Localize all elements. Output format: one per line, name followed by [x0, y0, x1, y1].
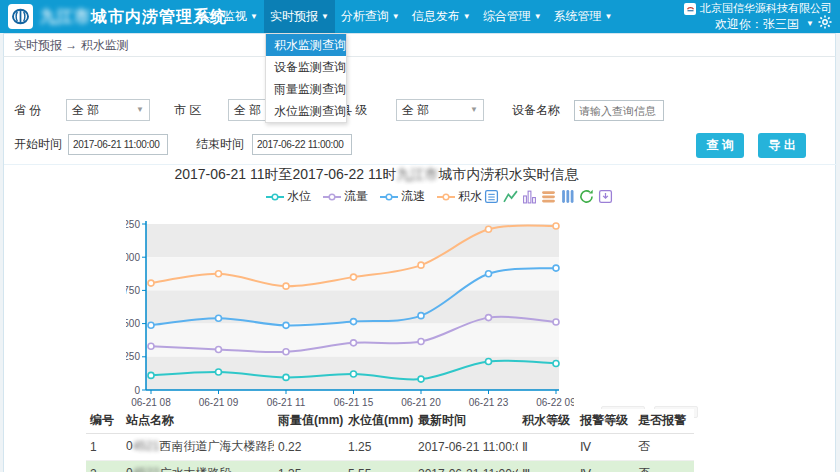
save-image-icon[interactable]	[598, 189, 613, 204]
chevron-down-icon: ▼	[534, 12, 542, 21]
breadcrumb-parent[interactable]: 实时预报	[14, 38, 62, 52]
svg-text:06-21 09: 06-21 09	[199, 397, 239, 408]
cell-rain: 0.22	[274, 433, 344, 460]
device-name-label: 设备名称	[512, 99, 560, 121]
legend-marker-icon	[266, 192, 284, 202]
gear-icon[interactable]	[818, 15, 832, 33]
svg-text:0: 0	[134, 385, 140, 396]
nav-item-2[interactable]: 分析查询▼	[335, 0, 406, 33]
dropdown-item-2[interactable]: 雨量监测查询	[266, 78, 346, 100]
stack-icon[interactable]	[541, 189, 556, 204]
breadcrumb-current: 积水监测	[81, 38, 129, 52]
end-time-input[interactable]	[252, 134, 352, 155]
device-name-input[interactable]	[574, 100, 664, 121]
svg-text:06-21 23: 06-21 23	[469, 397, 509, 408]
province-label: 省 份	[14, 99, 62, 121]
table-row[interactable]: 204522广水大楼路段1.355.552017-06-21 11:00:00Ⅲ…	[86, 460, 694, 472]
cell-is-alarm: 否	[634, 433, 694, 460]
cell-alarm-level: Ⅳ	[576, 460, 634, 472]
cell-station-name: 04522广水大楼路段	[122, 460, 274, 472]
table-row[interactable]: 104521西南街道广海大楼路段0.221.252017-06-21 11:00…	[86, 433, 694, 460]
chevron-down-icon[interactable]: ▼	[806, 16, 814, 32]
chevron-down-icon: ▼	[463, 12, 471, 21]
legend-item-流量[interactable]: 流量	[323, 188, 368, 205]
legend-marker-icon	[380, 192, 398, 202]
data-view-icon[interactable]	[484, 189, 499, 204]
restore-icon[interactable]	[579, 189, 594, 204]
cell-water: 5.55	[344, 460, 414, 472]
cell-rain: 1.35	[274, 460, 344, 472]
nav-item-5[interactable]: 系统管理▼	[548, 0, 619, 33]
table-header-4: 最新时间	[414, 409, 518, 433]
province-select[interactable]: 全 部▼	[66, 99, 150, 121]
start-time-input[interactable]	[68, 134, 168, 155]
nav-item-0[interactable]: 实时监视▼	[193, 0, 264, 33]
chevron-down-icon: ▼	[605, 12, 613, 21]
dropdown-item-0[interactable]: 积水监测查询	[266, 34, 346, 56]
nav-item-4[interactable]: 综合管理▼	[477, 0, 548, 33]
legend-item-流速[interactable]: 流速	[380, 188, 425, 205]
dropdown-item-3[interactable]: 水位监测查询	[266, 100, 346, 122]
welcome-line: 欢迎你：张三国▼	[684, 16, 832, 32]
company-logo-icon	[684, 3, 696, 15]
chevron-down-icon: ▼	[321, 12, 329, 21]
station-code-redacted: 4522	[133, 466, 160, 472]
svg-text:06-21 20: 06-21 20	[401, 397, 441, 408]
username[interactable]: 张三国	[763, 16, 799, 32]
county-select[interactable]: 全 部▼	[396, 99, 484, 121]
svg-text:06-21 08: 06-21 08	[131, 397, 171, 408]
cell-ponding-level: Ⅲ	[518, 460, 576, 472]
app-window: 九江市城市内涝管理系统 实时监视▼实时预报▼分析查询▼信息发布▼综合管理▼系统管…	[0, 0, 840, 472]
line-chart-icon[interactable]	[503, 189, 518, 204]
dropdown-item-1[interactable]: 设备监测查询	[266, 56, 346, 78]
end-time-label: 结束时间	[196, 133, 244, 155]
cell-is-alarm: 否	[634, 460, 694, 472]
svg-text:500: 500	[126, 318, 140, 329]
svg-text:06-22 09: 06-22 09	[536, 397, 574, 408]
svg-text:750: 750	[126, 285, 140, 296]
app-logo-icon	[8, 4, 33, 29]
county-label: 县 级	[340, 99, 388, 121]
table-header-0: 编号	[86, 409, 122, 433]
table-header-1: 站点名称	[122, 409, 274, 433]
chart-title: 2017-06-21 11时至2017-06-22 11时九江市城市内涝积水实时…	[4, 166, 749, 184]
company-name: 北京国信华源科技有限公司	[700, 1, 832, 16]
cell-ponding-level: Ⅱ	[518, 433, 576, 460]
legend-item-水位[interactable]: 水位	[266, 188, 311, 205]
legend-marker-icon	[437, 192, 455, 202]
table-header-6: 报警等级	[576, 409, 634, 433]
chart-legend: 水位 流量 流速 积水	[4, 188, 744, 205]
chart-toolbox	[484, 189, 613, 204]
cell-id: 1	[86, 433, 122, 460]
main-nav: 实时监视▼实时预报▼分析查询▼信息发布▼综合管理▼系统管理▼	[193, 0, 619, 33]
welcome-text: 欢迎你：	[715, 16, 763, 32]
cell-water: 1.25	[344, 433, 414, 460]
query-button[interactable]: 查 询	[696, 133, 744, 158]
nav-item-3[interactable]: 信息发布▼	[406, 0, 477, 33]
svg-text:06-21 15: 06-21 15	[334, 397, 374, 408]
legend-marker-icon	[323, 192, 341, 202]
table-header-5: 积水等级	[518, 409, 576, 433]
company-line: 北京国信华源科技有限公司	[684, 1, 832, 16]
svg-text:250: 250	[126, 351, 140, 362]
content-panel: 省 份 全 部▼ 市 区 全 部▼ 县 级 全 部▼ 设备名称 开始时间 结束时…	[3, 57, 836, 472]
breadcrumb-arrow-icon: →	[65, 38, 77, 52]
nav-item-1[interactable]: 实时预报▼	[264, 0, 335, 33]
bar-chart-icon[interactable]	[522, 189, 537, 204]
svg-text:06-21 11: 06-21 11	[267, 397, 306, 408]
divider	[4, 164, 837, 165]
tiled-icon[interactable]	[560, 189, 575, 204]
nav-dropdown-menu: 积水监测查询设备监测查询雨量监测查询水位监测查询	[265, 33, 347, 123]
export-button[interactable]: 导 出	[758, 133, 806, 158]
top-bar-right: 北京国信华源科技有限公司 欢迎你：张三国▼	[684, 1, 832, 32]
cell-time: 2017-06-21 11:00:00	[414, 460, 518, 472]
chevron-down-icon: ▼	[136, 100, 144, 120]
table-header-3: 水位值(mm)	[344, 409, 414, 433]
table-header-7: 是否报警	[634, 409, 694, 433]
app-title-redacted: 九江市	[40, 0, 91, 33]
svg-text:1,000: 1,000	[126, 252, 140, 263]
table-header-row: 编号站点名称雨量值(mm)水位值(mm)最新时间积水等级报警等级是否报警	[86, 409, 694, 433]
legend-item-积水[interactable]: 积水	[437, 188, 482, 205]
station-table: 编号站点名称雨量值(mm)水位值(mm)最新时间积水等级报警等级是否报警 104…	[86, 409, 694, 472]
table-header-2: 雨量值(mm)	[274, 409, 344, 433]
